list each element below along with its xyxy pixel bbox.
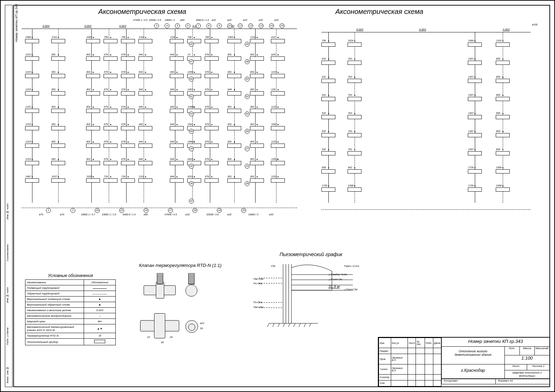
svg-line-6 [273,323,274,327]
valve-dim: ø21 [200,322,204,324]
radiator-label: 861 [52,71,56,73]
radiator-label: 679 [205,88,209,91]
drawing-sheet: Взам. инв.№ Подп. и дата Инв.№ подл Согл… [0,0,555,392]
tb-role-cell [416,354,425,364]
radiator: 1024 [348,43,362,47]
radiator: 532 [321,151,335,155]
radiator: 679 [205,144,219,148]
radiator: 766 [104,39,117,43]
radiator-label: 679 [205,106,209,108]
radiator-label: 12986 [188,106,194,108]
tb-cell: Лист [505,364,527,370]
radiator-label: 801 [250,71,254,73]
radiator: 805 [496,79,510,83]
radiator: 1008 [496,187,510,192]
pipe-label: 47405.1 / 4.5 [133,19,147,21]
valve-dim: 33 [147,336,150,338]
riser [109,29,109,203]
tb-role-cell [408,348,416,354]
riser [210,29,210,203]
valve-drawing: 33 29 82 ø21 50 [137,271,224,359]
radiator-label: 679 [104,158,108,160]
radiator-label: 679 [104,53,108,56]
radiator: 1215 [25,74,39,78]
tb-role-cell [433,364,441,374]
piezo-label: △ P.итп=2м [328,278,342,281]
radiator-label: 679 [121,140,126,143]
pipe-label: 19683 / 3 [248,213,258,216]
radiator: 679 [121,74,135,78]
radiator-label: 861 [52,140,56,143]
radiator-label: 706 [322,39,326,42]
pipe-label: 19683 / 3 [165,19,175,21]
supply-pipe [321,32,531,32]
radiator: 801 [250,91,264,95]
radiator-label: 1101 [52,36,57,38]
node-callout: 50 [245,77,250,82]
radiator: 801 [227,144,241,148]
node-callout: 36 [189,181,194,186]
radiator-label: 1194 [170,36,176,38]
riser [126,29,127,203]
radiator-label: 942 [348,166,352,169]
radiator: 1194 [138,39,152,43]
radiator: 1008 [496,169,510,174]
radiator-label: 801 [86,123,91,125]
radiator: 801 [227,161,241,165]
radiator: 944 [138,144,152,148]
node-callout: 39 [245,181,250,186]
radiator-label: 944 [139,88,143,91]
tb-role-cell [408,364,416,374]
radiator-label: 801 [228,71,232,73]
piezo-label: △ P.водом.=0,1м [328,273,347,276]
radiator-label: 766 [104,36,108,38]
radiator-label: 1101 [250,36,256,38]
pipe-label: ø32 [227,19,231,21]
radiator-label: 1103 [496,39,502,42]
tb-role-cell [425,348,433,354]
node-callout: 48 [245,59,250,64]
radiator-label: 1194 [139,36,144,38]
node-callout: 12 [248,23,253,28]
radiator-label: 861 [52,158,56,160]
node-callout: 51 [189,94,194,99]
pipe-label: ø32 [259,19,263,21]
node-callout: 18 [192,208,197,213]
radiator: 944 [170,178,184,183]
radiator-label: 801 [250,175,254,178]
pipe-label: 9490.9 / 1.4 [123,213,136,216]
tb-role-cell: Н.контр. [379,374,391,380]
radiator-label: 801 [250,123,254,125]
legend-name: Автоматический балансировочный клапан AS… [25,324,84,333]
radiator: 532 [321,79,335,83]
radiator: 805 [496,151,510,155]
tb-role-cell [408,354,416,364]
radiator: 1407 [468,115,482,119]
drawing-number: Номер зачетки КП гр.343 [441,338,549,347]
radiator-label: ø20 [271,53,275,56]
piezometric-chart: Пьезометрический график 37м Pвк=19м Pп=3… [248,252,374,342]
radiator-label: 801 [228,53,232,56]
title-main: Аксонометрическая схема [98,8,186,16]
svg-line-8 [283,323,285,327]
radiator: 766 [121,39,135,43]
node-callout: 6 [185,23,190,28]
supply-pipe [22,29,297,29]
slope-label: 0.003 [84,24,91,28]
radiator-label: 944 [228,88,232,91]
radiator-label: 679 [104,106,108,108]
axonometric-main: 0.003 0.003 0.003 0.003 0.003 47405.1 / … [18,18,301,217]
radiator-label: 944 [170,106,174,108]
pipe-label: ø32 [243,19,247,21]
radiator-label: 763 [348,130,352,132]
radiator-label: 763 [348,57,352,60]
radiator-label: 1407 [468,130,474,132]
radiator-label: 719 [121,175,126,178]
radiator-label: 1407 [468,57,474,60]
node-callout: 45 [189,42,194,47]
radiator: 1215 [271,144,285,148]
radiator-label: 944 [170,123,174,125]
node-callout: 15 [280,23,284,28]
tb-role-cell [416,380,425,386]
radiator-label: 944 [170,158,174,160]
